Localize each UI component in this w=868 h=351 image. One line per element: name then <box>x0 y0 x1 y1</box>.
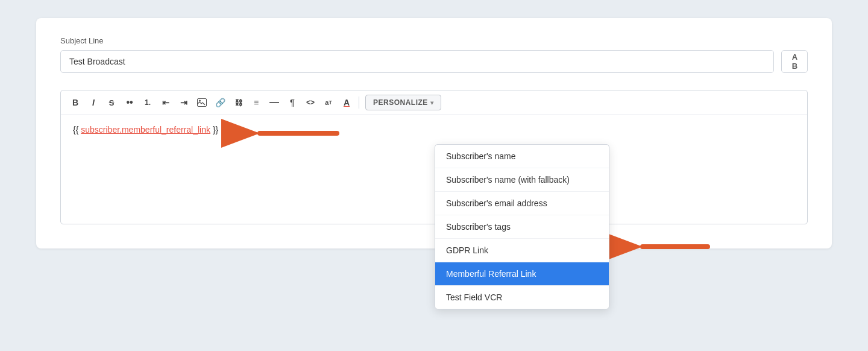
bold-button[interactable]: B <box>67 94 84 111</box>
hr-button[interactable]: — <box>266 94 283 111</box>
main-card: Subject Line AB B I S •• 1. ⇤ ⇥ <box>36 18 832 248</box>
image-button[interactable] <box>193 94 210 111</box>
dropdown-item-subscribers-email[interactable]: Subscriber's email address <box>435 192 609 215</box>
personalize-caret: ▾ <box>430 100 434 106</box>
paragraph-button[interactable]: ¶ <box>284 94 301 111</box>
unordered-list-button[interactable]: •• <box>121 94 138 111</box>
subject-row: AB <box>60 50 808 73</box>
dropdown-item-memberful-referral[interactable]: Memberful Referral Link <box>435 262 609 286</box>
code-button[interactable]: <> <box>302 94 319 111</box>
dropdown-item-test-field-vcr[interactable]: Test Field VCR <box>435 286 609 309</box>
ab-test-button[interactable]: AB <box>781 50 808 73</box>
dropdown-item-gdpr-link[interactable]: GDPR Link <box>435 239 609 262</box>
font-color-button[interactable]: A <box>338 94 355 111</box>
dropdown-item-subscribers-name-fallback[interactable]: Subscriber's name (with fallback) <box>435 168 609 192</box>
personalize-dropdown: Subscriber's name Subscriber's name (wit… <box>435 144 609 309</box>
right-arrow-indicator <box>631 229 709 267</box>
subject-line-section: Subject Line AB <box>60 36 808 73</box>
toolbar-separator <box>359 96 359 109</box>
personalize-label: PERSONALIZE <box>373 98 428 107</box>
svg-point-1 <box>199 100 201 102</box>
indent-left-button[interactable]: ⇤ <box>157 94 174 111</box>
unlink-button[interactable]: ⛓ <box>230 94 247 111</box>
content-prefix: {{ <box>73 125 81 134</box>
editor-content: {{ subscriber.memberful_referral_link }} <box>73 125 795 134</box>
dropdown-item-subscribers-name[interactable]: Subscriber's name <box>435 145 609 168</box>
indent-right-button[interactable]: ⇥ <box>175 94 192 111</box>
ab-label: AB <box>792 52 797 71</box>
editor-body[interactable]: {{ subscriber.memberful_referral_link }}… <box>61 115 807 224</box>
toolbar: B I S •• 1. ⇤ ⇥ 🔗 ⛓ ≡ — ¶ <> aT A <box>61 90 807 115</box>
merge-tag: subscriber.memberful_referral_link <box>81 125 210 134</box>
personalize-button[interactable]: PERSONALIZE ▾ <box>365 95 441 110</box>
content-suffix: }} <box>210 125 218 134</box>
editor-wrapper: B I S •• 1. ⇤ ⇥ 🔗 ⛓ ≡ — ¶ <> aT A <box>60 90 808 224</box>
subject-input[interactable] <box>60 50 774 73</box>
link-button[interactable]: 🔗 <box>212 94 228 111</box>
align-button[interactable]: ≡ <box>248 94 265 111</box>
strikethrough-button[interactable]: S <box>103 94 120 111</box>
subject-label: Subject Line <box>60 36 808 45</box>
text-size-button[interactable]: aT <box>320 94 337 111</box>
italic-button[interactable]: I <box>85 94 102 111</box>
dropdown-item-subscribers-tags[interactable]: Subscriber's tags <box>435 215 609 239</box>
ordered-list-button[interactable]: 1. <box>139 94 156 111</box>
